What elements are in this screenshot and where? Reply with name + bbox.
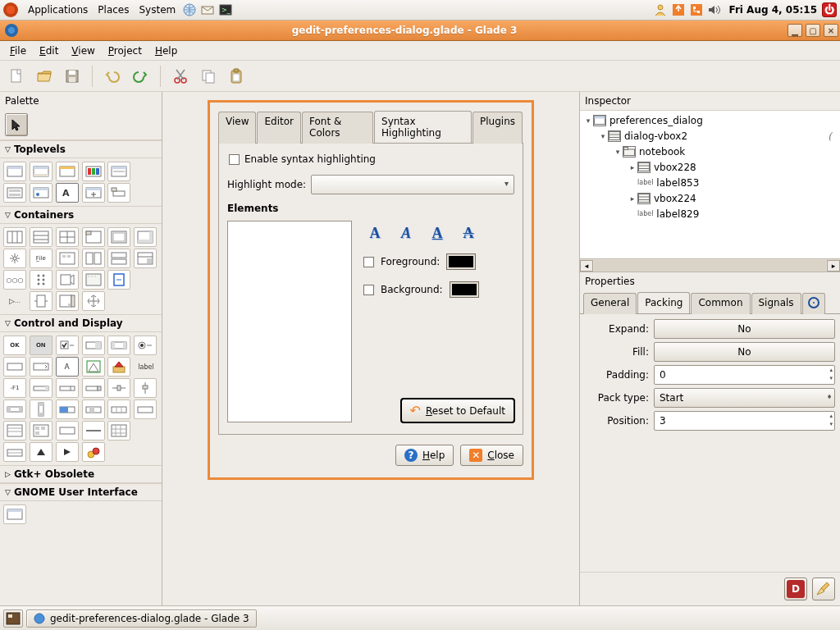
- elements-list[interactable]: [227, 221, 352, 422]
- window-close-button[interactable]: ✕: [824, 24, 838, 37]
- palette-widget[interactable]: [82, 270, 105, 290]
- style-strike-button[interactable]: A: [459, 224, 478, 242]
- palette-widget[interactable]: [30, 399, 52, 419]
- scroll-left-button[interactable]: ◂: [580, 260, 593, 272]
- tray-updates-icon[interactable]: [671, 2, 686, 17]
- palette-widget[interactable]: [82, 378, 105, 398]
- palette-widget[interactable]: [107, 270, 130, 290]
- palette-widget[interactable]: [107, 162, 130, 181]
- panel-clock[interactable]: Fri Aug 4, 05:15: [728, 4, 817, 16]
- palette-widget[interactable]: [30, 442, 52, 462]
- palette-scroll[interactable]: ▽Toplevels A ▽Containers: [0, 140, 162, 605]
- palette-widget[interactable]: [56, 421, 79, 441]
- toolbar-cut-button[interactable]: [169, 65, 192, 88]
- tray-volume-icon[interactable]: [707, 2, 722, 17]
- background-checkbox[interactable]: [363, 285, 374, 295]
- palette-widget[interactable]: [82, 291, 105, 311]
- palette-widget[interactable]: [56, 249, 79, 268]
- palette-widget[interactable]: [134, 399, 157, 419]
- toolbar-undo-button[interactable]: [101, 65, 124, 88]
- palette-widget[interactable]: [3, 227, 26, 247]
- palette-pointer-tool[interactable]: [5, 113, 28, 136]
- inspector-tree-row[interactable]: labellabel829: [580, 206, 840, 221]
- palette-section-toplevels[interactable]: ▽Toplevels: [0, 140, 162, 158]
- panel-launcher-mail-icon[interactable]: [200, 2, 215, 17]
- palette-widget[interactable]: [82, 442, 105, 462]
- window-minimize-button[interactable]: ▁: [788, 24, 802, 37]
- design-tab-syntax-highlighting[interactable]: Syntax Highlighting: [374, 111, 472, 143]
- palette-widget[interactable]: [30, 291, 52, 311]
- palette-widget[interactable]: [3, 399, 26, 419]
- panel-launcher-terminal-icon[interactable]: >_: [218, 2, 233, 17]
- design-tab-editor[interactable]: Editor: [257, 112, 301, 144]
- design-tab-font-colors[interactable]: Font & Colors: [302, 112, 373, 144]
- palette-widget[interactable]: [30, 183, 52, 203]
- prop-tab-general[interactable]: General: [583, 293, 637, 314]
- palette-widget[interactable]: [107, 357, 130, 377]
- palette-widget[interactable]: [56, 378, 79, 398]
- toolbar-paste-button[interactable]: [225, 65, 248, 88]
- palette-widget[interactable]: [30, 357, 52, 377]
- palette-widget[interactable]: [30, 421, 52, 441]
- tray-network-icon[interactable]: [689, 2, 704, 17]
- palette-widget[interactable]: [82, 227, 105, 247]
- palette-widget[interactable]: [30, 162, 52, 181]
- palette-widget[interactable]: [107, 378, 130, 398]
- devhelp-button[interactable]: D: [784, 578, 807, 600]
- palette-widget[interactable]: [3, 504, 26, 524]
- menu-project[interactable]: Project: [102, 43, 148, 58]
- palette-widget[interactable]: [56, 399, 79, 419]
- highlight-mode-combo[interactable]: [311, 175, 514, 194]
- style-bold-button[interactable]: A: [365, 224, 385, 242]
- palette-widget[interactable]: [56, 336, 79, 355]
- prop-value-padding[interactable]: 0: [654, 365, 835, 385]
- tray-user-icon[interactable]: [653, 2, 668, 17]
- inspector-tree[interactable]: ▾preferences_dialog▾dialog-vbox2(▾notebo…: [580, 110, 840, 258]
- close-button[interactable]: ✕ Close: [460, 445, 523, 466]
- inspector-tree-row[interactable]: labellabel853: [580, 175, 840, 190]
- palette-widget[interactable]: F̲ile: [30, 249, 52, 268]
- palette-widget[interactable]: [134, 227, 157, 247]
- palette-widget[interactable]: [82, 399, 105, 419]
- palette-widget[interactable]: [107, 421, 130, 441]
- canvas-pane[interactable]: View Editor Font & Colors Syntax Highlig…: [162, 92, 579, 605]
- palette-widget[interactable]: A: [56, 183, 79, 203]
- palette-widget[interactable]: [56, 442, 79, 462]
- palette-widget[interactable]: [107, 227, 130, 247]
- toolbar-copy-button[interactable]: [197, 65, 220, 88]
- foreground-checkbox[interactable]: [363, 257, 374, 267]
- prop-value-packtype[interactable]: Start: [654, 388, 835, 408]
- shutdown-button-icon[interactable]: ⏻: [822, 2, 837, 17]
- foreground-color-button[interactable]: [446, 253, 476, 270]
- enable-syntax-checkbox[interactable]: [229, 154, 240, 165]
- window-maximize-button[interactable]: ▢: [806, 24, 820, 37]
- help-button[interactable]: ? Help: [395, 445, 454, 466]
- menu-file[interactable]: File: [3, 43, 33, 58]
- inspector-tree-row[interactable]: ▸vbox228: [580, 159, 840, 175]
- panel-menu-system[interactable]: System: [134, 4, 180, 16]
- panel-menu-places[interactable]: Places: [93, 4, 134, 16]
- panel-menu-applications[interactable]: Applications: [23, 4, 93, 16]
- reset-to-default-button[interactable]: ↶ Reset to Default: [401, 399, 514, 422]
- inspector-tree-row[interactable]: ▾dialog-vbox2(: [580, 128, 840, 144]
- palette-widget[interactable]: [134, 378, 157, 398]
- palette-widget[interactable]: OK: [3, 336, 26, 355]
- menu-edit[interactable]: Edit: [33, 43, 65, 58]
- palette-section-control[interactable]: ▽Control and Display: [0, 314, 162, 332]
- scroll-track[interactable]: [594, 260, 826, 272]
- prop-value-fill[interactable]: No: [654, 342, 835, 362]
- scroll-right-button[interactable]: ▸: [827, 260, 840, 272]
- palette-widget[interactable]: [82, 183, 105, 203]
- clear-button[interactable]: [812, 578, 835, 600]
- design-tab-view[interactable]: View: [218, 112, 256, 144]
- prop-tab-a11y[interactable]: [802, 293, 825, 314]
- taskbar-task-glade[interactable]: gedit-preferences-dialog.glade - Glade 3: [26, 609, 257, 628]
- palette-widget[interactable]: [3, 421, 26, 441]
- menu-help[interactable]: Help: [148, 43, 184, 58]
- palette-widget[interactable]: label: [134, 357, 158, 377]
- toolbar-new-button[interactable]: [5, 65, 28, 88]
- style-underline-button[interactable]: A: [427, 224, 447, 242]
- palette-widget[interactable]: [3, 183, 26, 203]
- prop-tab-packing[interactable]: Packing: [637, 292, 690, 313]
- toolbar-redo-button[interactable]: [129, 65, 152, 88]
